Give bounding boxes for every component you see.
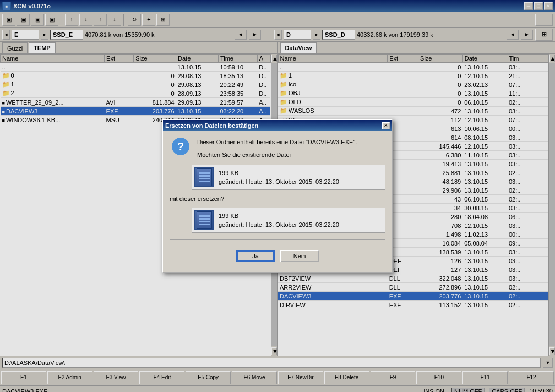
- dialog-separator: [170, 239, 385, 240]
- dialog-buttons: Ja Nein: [170, 247, 385, 265]
- dialog-main-row: ? Dieser Ordner enthält bereits eine Dat…: [170, 138, 385, 159]
- existing-file-info: 199 KB geändert: Heute, 13. Oktober 2015…: [192, 165, 385, 190]
- dialog-message1: Dieser Ordner enthält bereits eine Datei…: [197, 138, 385, 147]
- existing-file-date: geändert: Heute, 13. Oktober 2015, 03:22…: [219, 177, 339, 187]
- dialog-message2: Möchten Sie die existierende Datei: [197, 150, 385, 160]
- dialog-body: ? Dieser Ordner enthält bereits eine Dat…: [163, 131, 392, 272]
- new-file-text: 199 KB geändert: Heute, 13. Oktober 2015…: [219, 211, 339, 230]
- existing-file-icon: [194, 167, 214, 187]
- dialog-yes-button[interactable]: Ja: [236, 250, 275, 262]
- new-file-date: geändert: Heute, 13. Oktober 2015, 03:22…: [219, 220, 339, 230]
- dialog-close-button[interactable]: ✕: [382, 122, 390, 129]
- replace-with-label: mit dieser ersetzen?: [170, 195, 385, 202]
- question-icon: ?: [172, 138, 189, 155]
- replace-dialog: Ersetzen von Dateien bestätigen ✕ ? Dies…: [162, 119, 393, 273]
- dialog-overlay: Ersetzen von Dateien bestätigen ✕ ? Dies…: [0, 0, 555, 392]
- existing-file-size: 199 KB: [219, 168, 339, 178]
- new-file-size: 199 KB: [219, 211, 339, 221]
- dialog-title: Ersetzen von Dateien bestätigen: [165, 122, 258, 129]
- existing-file-text: 199 KB geändert: Heute, 13. Oktober 2015…: [219, 168, 339, 187]
- dialog-no-button[interactable]: Nein: [280, 250, 319, 262]
- dialog-icon-area: ?: [170, 138, 192, 155]
- new-file-info: 199 KB geändert: Heute, 13. Oktober 2015…: [192, 208, 385, 233]
- dialog-title-bar: Ersetzen von Dateien bestätigen ✕: [163, 120, 392, 131]
- dialog-text-area: Dieser Ordner enthält bereits eine Datei…: [197, 138, 385, 159]
- new-file-icon: [194, 210, 214, 230]
